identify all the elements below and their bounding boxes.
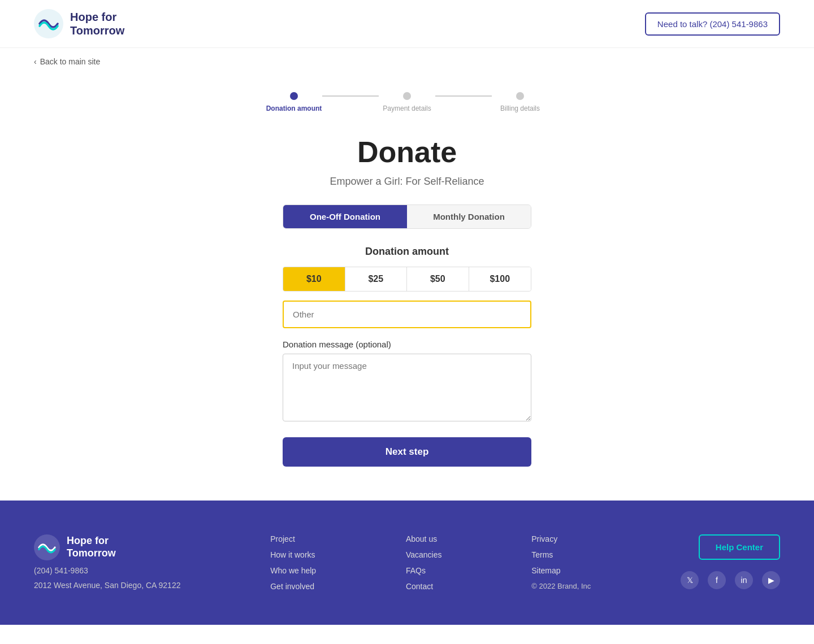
footer-link-privacy[interactable]: Privacy <box>531 534 591 543</box>
footer-links-col1: Project How it works Who we help Get inv… <box>270 534 316 591</box>
copyright: © 2022 Brand, Inc <box>531 582 591 590</box>
page-subtitle: Empower a Girl: For Self-Reliance <box>330 176 484 188</box>
progress-container: Donation amount Payment details Billing … <box>266 92 548 112</box>
footer-phone: (204) 541-9863 <box>34 566 180 575</box>
footer-link-about[interactable]: About us <box>406 534 442 543</box>
donation-amount-title: Donation amount <box>283 246 531 258</box>
page-title: Donate <box>357 135 457 169</box>
footer-link-project[interactable]: Project <box>270 534 316 543</box>
logo[interactable]: Hope for Tomorrow <box>34 9 124 38</box>
footer-link-contact[interactable]: Contact <box>406 582 442 591</box>
footer-link-terms[interactable]: Terms <box>531 550 591 559</box>
logo-icon <box>34 9 63 38</box>
footer-link-vacancies[interactable]: Vacancies <box>406 550 442 559</box>
back-link-nav: ‹ Back to main site <box>0 48 814 75</box>
donation-type-tabs: One-Off Donation Monthly Donation <box>283 204 531 229</box>
footer-links-col3: Privacy Terms Sitemap © 2022 Brand, Inc <box>531 534 591 590</box>
message-textarea[interactable] <box>283 354 531 421</box>
facebook-icon[interactable]: f <box>708 571 726 589</box>
footer: Hope for Tomorrow (204) 541-9863 2012 We… <box>0 501 814 625</box>
progress-dot-3 <box>516 92 524 100</box>
youtube-icon[interactable]: ▶ <box>762 571 780 589</box>
amount-btn-25[interactable]: $25 <box>345 267 408 291</box>
amount-grid: $10 $25 $50 $100 <box>283 267 531 291</box>
footer-logo-text: Hope for Tomorrow <box>67 535 116 559</box>
footer-brand: Hope for Tomorrow (204) 541-9863 2012 We… <box>34 534 180 590</box>
footer-link-who-we-help[interactable]: Who we help <box>270 566 316 575</box>
footer-link-sitemap[interactable]: Sitemap <box>531 566 591 575</box>
footer-logo[interactable]: Hope for Tomorrow <box>34 534 180 560</box>
phone-button[interactable]: Need to talk? (204) 541-9863 <box>645 12 780 36</box>
back-link[interactable]: ‹ Back to main site <box>0 48 814 75</box>
footer-link-get-involved[interactable]: Get involved <box>270 582 316 591</box>
main-content: Donate Empower a Girl: For Self-Reliance… <box>0 118 814 501</box>
progress-step-1: Donation amount <box>266 92 322 112</box>
amount-btn-100[interactable]: $100 <box>469 267 531 291</box>
progress-step-3: Billing details <box>492 92 548 112</box>
footer-right: Help Center 𝕏 f in ▶ <box>681 534 780 589</box>
back-chevron-icon: ‹ <box>34 57 37 66</box>
progress-label-1: Donation amount <box>266 105 322 112</box>
progress-label-3: Billing details <box>500 105 540 112</box>
progress-bar: Donation amount Payment details Billing … <box>0 75 814 118</box>
logo-text: Hope for Tomorrow <box>70 10 124 37</box>
amount-btn-50[interactable]: $50 <box>407 267 469 291</box>
footer-address: 2012 West Avenue, San Diego, CA 92122 <box>34 581 180 590</box>
footer-logo-icon <box>34 534 60 560</box>
tab-monthly[interactable]: Monthly Donation <box>407 205 531 228</box>
linkedin-icon[interactable]: in <box>735 571 753 589</box>
help-center-button[interactable]: Help Center <box>699 534 780 560</box>
footer-link-how-it-works[interactable]: How it works <box>270 550 316 559</box>
footer-link-faqs[interactable]: FAQs <box>406 566 442 575</box>
progress-step-2: Payment details <box>379 92 435 112</box>
header: Hope for Tomorrow Need to talk? (204) 54… <box>0 0 814 48</box>
footer-links-col2: About us Vacancies FAQs Contact <box>406 534 442 591</box>
tab-one-off[interactable]: One-Off Donation <box>283 205 407 228</box>
twitter-icon[interactable]: 𝕏 <box>681 571 699 589</box>
social-icons: 𝕏 f in ▶ <box>681 571 780 589</box>
other-amount-input[interactable] <box>283 301 531 328</box>
message-label: Donation message (optional) <box>283 340 531 349</box>
footer-inner: Hope for Tomorrow (204) 541-9863 2012 We… <box>34 534 780 591</box>
progress-line-2 <box>435 95 492 97</box>
progress-label-2: Payment details <box>383 105 431 112</box>
progress-line-1 <box>322 95 379 97</box>
next-step-button[interactable]: Next step <box>283 437 531 467</box>
amount-btn-10[interactable]: $10 <box>283 267 345 291</box>
progress-dot-2 <box>403 92 411 100</box>
donation-form: Donation amount $10 $25 $50 $100 Donatio… <box>283 246 531 467</box>
progress-dot-1 <box>290 92 298 100</box>
